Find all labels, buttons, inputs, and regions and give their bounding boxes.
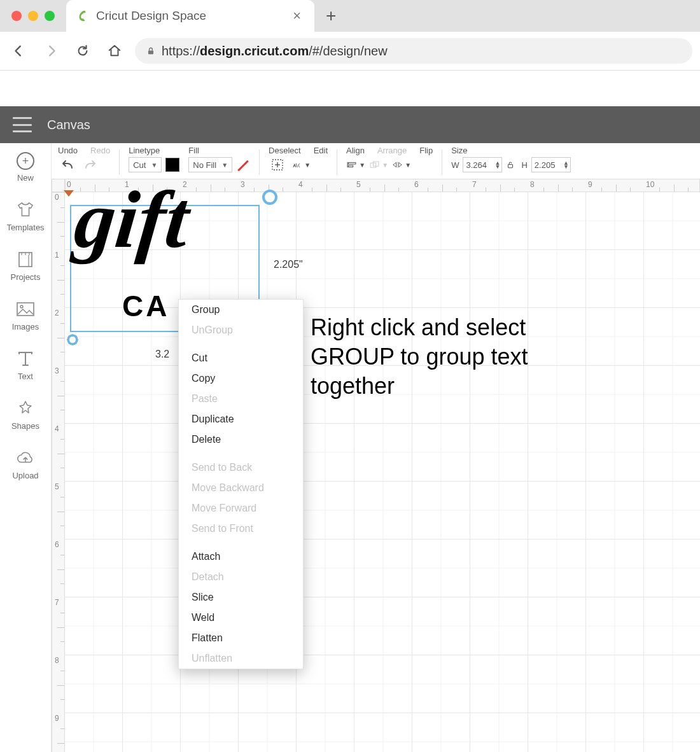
- svg-rect-8: [349, 162, 356, 164]
- ruler-vertical: 0123456789: [52, 192, 65, 752]
- context-menu: GroupUnGroupCutCopyPasteDuplicateDeleteS…: [178, 299, 304, 669]
- ruler-h-label: 7: [472, 180, 477, 189]
- no-fill-icon[interactable]: [236, 158, 250, 172]
- ruler-v-label: 5: [55, 482, 59, 491]
- browser-chrome: Cricut Design Space × + https://design.c…: [0, 0, 700, 71]
- ruler-h-label: 10: [646, 180, 654, 189]
- size-group: Size W 3.264▲▼ H 2.205▲▼: [451, 146, 571, 172]
- shirt-icon: [16, 200, 35, 219]
- height-input[interactable]: 2.205▲▼: [531, 157, 571, 172]
- lock-icon: [146, 46, 155, 56]
- window-close-icon[interactable]: [11, 11, 22, 21]
- svg-point-3: [20, 305, 23, 308]
- nav-refresh-icon[interactable]: [71, 39, 94, 62]
- svg-rect-13: [508, 164, 513, 167]
- text-icon: [16, 349, 35, 368]
- tab-close-icon[interactable]: ×: [289, 8, 305, 24]
- url-bar[interactable]: https://design.cricut.com/#/design/new: [135, 38, 692, 64]
- undo-button[interactable]: [58, 157, 77, 172]
- undo-redo-group: Undo Redo: [58, 146, 110, 172]
- workarea: Undo Redo Linetype Cut▼ Fill No: [52, 143, 700, 752]
- canvas-wrap: 012345678910 0123456789 gift CA 2.205" 3…: [52, 179, 700, 752]
- ruler-corner: [52, 179, 65, 192]
- size-lock-icon[interactable]: [506, 160, 517, 169]
- nav-row: https://design.cricut.com/#/design/new: [0, 32, 700, 70]
- sidebar-item-new[interactable]: + New: [0, 150, 51, 185]
- flip-button[interactable]: ▼: [392, 157, 411, 172]
- breadcrumb[interactable]: Canvas: [47, 118, 90, 132]
- fill-select[interactable]: No Fill▼: [188, 157, 232, 172]
- context-menu-item-send-to-back: Send to Back: [179, 457, 303, 478]
- sidebar-item-projects[interactable]: Projects: [0, 247, 51, 284]
- sidebar-item-templates[interactable]: Templates: [0, 198, 51, 235]
- ruler-v-label: 2: [55, 309, 59, 317]
- arrange-button[interactable]: ▼: [369, 157, 388, 172]
- context-menu-item-duplicate[interactable]: Duplicate: [179, 409, 303, 429]
- tab-title: Cricut Design Space: [96, 9, 283, 23]
- canvas[interactable]: gift CA 2.205" 3.2 GroupUnGroupCutCopyPa…: [65, 192, 700, 752]
- ruler-h-label: 9: [588, 180, 592, 189]
- w-label: W: [451, 160, 459, 170]
- tab-row: Cricut Design Space × +: [0, 0, 700, 32]
- origin-marker-icon: [64, 190, 74, 197]
- nav-back-icon[interactable]: [8, 39, 31, 62]
- rotation-handle[interactable]: [262, 190, 277, 205]
- picture-icon: [16, 300, 35, 319]
- context-menu-item-flatten[interactable]: Flatten: [179, 628, 303, 648]
- width-input[interactable]: 3.264▲▼: [463, 157, 502, 172]
- artwork-text-script[interactable]: gift: [70, 179, 193, 267]
- context-menu-item-slice[interactable]: Slice: [179, 587, 303, 608]
- ruler-h-label: 4: [298, 180, 303, 189]
- context-menu-item-move-forward: Move Forward: [179, 498, 303, 519]
- context-menu-item-group[interactable]: Group: [179, 300, 303, 320]
- undo-label: Undo: [58, 146, 78, 155]
- line-color-swatch[interactable]: [165, 158, 179, 172]
- nav-forward-icon[interactable]: [39, 39, 62, 62]
- ruler-h-label: 8: [530, 180, 535, 189]
- main: + New Templates Projects Images Text: [0, 143, 700, 752]
- sidebar-item-images[interactable]: Images: [0, 297, 51, 334]
- h-label: H: [521, 160, 527, 170]
- edit-button[interactable]: ▼: [291, 157, 311, 172]
- sidebar-item-shapes[interactable]: Shapes: [0, 396, 51, 433]
- ruler-v-label: 8: [55, 656, 59, 665]
- nav-home-icon[interactable]: [103, 39, 126, 62]
- align-button[interactable]: ▼: [346, 157, 365, 172]
- context-menu-item-delete[interactable]: Delete: [179, 429, 303, 450]
- window-minimize-icon[interactable]: [28, 11, 38, 21]
- ruler-h-label: 5: [356, 180, 361, 189]
- linetype-select[interactable]: Cut▼: [129, 157, 162, 172]
- context-menu-item-paste: Paste: [179, 389, 303, 409]
- sidebar-item-text[interactable]: Text: [0, 347, 51, 384]
- context-menu-item-attach[interactable]: Attach: [179, 547, 303, 567]
- shapes-icon: [16, 399, 35, 418]
- svg-rect-2: [17, 303, 34, 316]
- context-menu-item-detach: Detach: [179, 567, 303, 587]
- ruler-v-label: 1: [55, 251, 59, 260]
- context-menu-item-cut[interactable]: Cut: [179, 348, 303, 368]
- redo-label: Redo: [90, 146, 110, 155]
- toolbar: Undo Redo Linetype Cut▼ Fill No: [52, 143, 700, 179]
- context-menu-item-copy[interactable]: Copy: [179, 368, 303, 389]
- notebook-icon: [16, 250, 35, 269]
- deselect-button[interactable]: [269, 157, 288, 172]
- ruler-v-label: 9: [55, 714, 59, 723]
- linetype-group: Linetype Cut▼: [129, 146, 179, 172]
- redo-button[interactable]: [81, 157, 100, 172]
- browser-tab-active[interactable]: Cricut Design Space ×: [66, 0, 314, 32]
- cricut-favicon-icon: [76, 9, 90, 23]
- svg-rect-0: [148, 50, 153, 54]
- menu-icon[interactable]: [13, 117, 32, 132]
- context-menu-item-weld[interactable]: Weld: [179, 608, 303, 628]
- app-header: Canvas: [0, 106, 700, 143]
- context-menu-item-move-backward: Move Backward: [179, 478, 303, 498]
- new-tab-button[interactable]: +: [314, 6, 347, 26]
- resize-handle-sw[interactable]: [66, 333, 79, 346]
- window-maximize-icon[interactable]: [45, 11, 55, 21]
- ruler-v-label: 6: [55, 540, 59, 549]
- artwork-text-block[interactable]: CA: [122, 289, 169, 323]
- select-group: Deselect Edit ▼: [269, 146, 328, 172]
- sidebar-item-upload[interactable]: Upload: [0, 446, 51, 483]
- context-menu-item-ungroup: UnGroup: [179, 320, 303, 340]
- arrange-group: Align Arrange Flip ▼ ▼ ▼: [346, 146, 433, 172]
